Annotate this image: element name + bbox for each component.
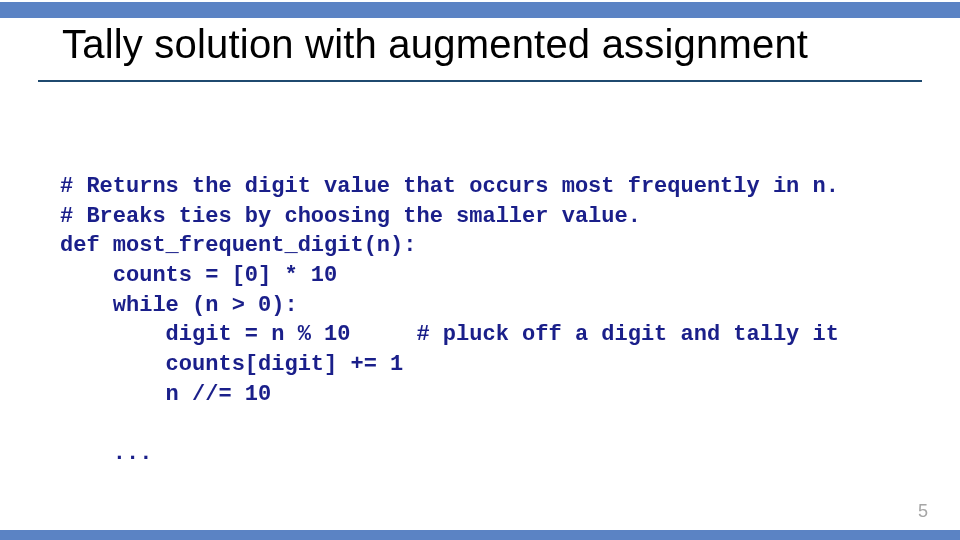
code-line: # Breaks ties by choosing the smaller va… [60, 204, 641, 229]
code-line: n //= 10 [60, 382, 271, 407]
bottom-accent-bar [0, 530, 960, 540]
title-underline [38, 80, 922, 82]
code-line: ... [60, 441, 152, 466]
code-line: # Returns the digit value that occurs mo… [60, 174, 839, 199]
page-number: 5 [918, 501, 928, 522]
slide: Tally solution with augmented assignment… [0, 0, 960, 540]
code-line: while (n > 0): [60, 293, 298, 318]
code-line: def most_frequent_digit(n): [60, 233, 416, 258]
slide-title: Tally solution with augmented assignment [62, 22, 922, 67]
code-line: counts[digit] += 1 [60, 352, 403, 377]
code-line: digit = n % 10 # pluck off a digit and t… [60, 322, 839, 347]
code-line: counts = [0] * 10 [60, 263, 337, 288]
code-block: # Returns the digit value that occurs mo… [60, 172, 922, 469]
top-accent-bar [0, 2, 960, 18]
